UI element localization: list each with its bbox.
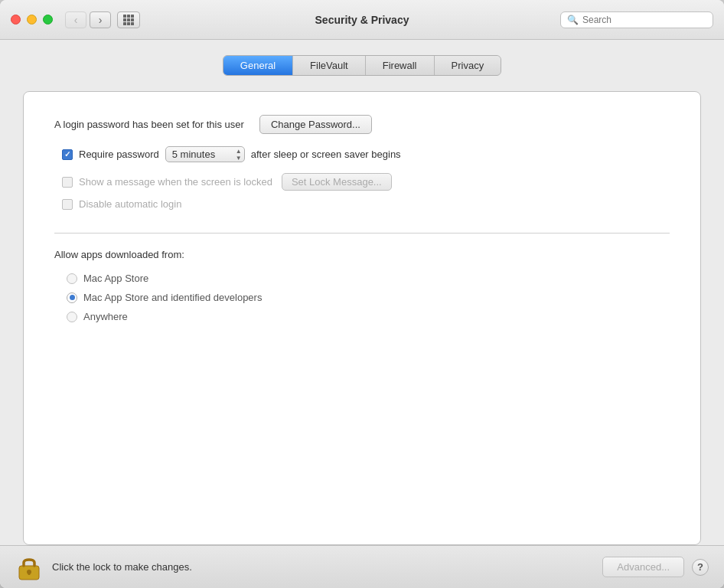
radio-row-anywhere: Anywhere [54, 311, 670, 322]
tab-general[interactable]: General [223, 56, 293, 75]
titlebar: ‹ › Security & Privacy 🔍 [0, 0, 724, 40]
help-button[interactable]: ? [692, 559, 709, 576]
tabs: General FileVault Firewall Privacy [223, 55, 501, 76]
radio-mac-app-store-identified[interactable] [67, 292, 77, 303]
close-button[interactable] [11, 15, 21, 24]
tab-bar: General FileVault Firewall Privacy [23, 55, 701, 76]
show-message-row: Show a message when the screen is locked… [54, 173, 670, 191]
change-password-button[interactable]: Change Password... [259, 115, 372, 134]
show-message-checkbox[interactable] [62, 177, 73, 188]
radio-anywhere[interactable] [67, 312, 77, 322]
require-password-checkbox[interactable] [62, 149, 73, 160]
traffic-lights [11, 15, 53, 24]
forward-button[interactable]: › [90, 11, 111, 28]
disable-autologin-label: Disable automatic login [79, 198, 181, 210]
password-section: A login password has been set for this u… [54, 115, 670, 134]
password-timeout-dropdown[interactable]: 5 minutes immediately 1 minute 15 minute… [165, 146, 245, 162]
tab-privacy[interactable]: Privacy [435, 56, 501, 75]
search-input[interactable] [582, 15, 706, 25]
lock-text: Click the lock to make changes. [52, 561, 192, 573]
radio-mac-app-store-label: Mac App Store [83, 273, 148, 284]
window: ‹ › Security & Privacy 🔍 General FileVau… [0, 0, 724, 588]
back-button[interactable]: ‹ [65, 11, 86, 28]
tab-filevault[interactable]: FileVault [293, 56, 366, 75]
advanced-button[interactable]: Advanced... [602, 557, 684, 577]
content: General FileVault Firewall Privacy A log… [0, 40, 724, 545]
radio-mac-app-store[interactable] [67, 273, 77, 284]
show-message-label: Show a message when the screen is locked [79, 176, 272, 188]
disable-autologin-checkbox[interactable] [62, 199, 73, 210]
password-label: A login password has been set for this u… [54, 119, 244, 130]
svg-rect-2 [28, 572, 31, 575]
set-lock-message-button: Set Lock Message... [282, 173, 392, 191]
grid-button[interactable] [117, 11, 140, 28]
require-password-row: Require password 5 minutes immediately 1… [54, 146, 670, 162]
radio-mac-app-store-identified-label: Mac App Store and identified developers [83, 292, 262, 303]
radio-row-mac-app-store-identified: Mac App Store and identified developers [54, 292, 670, 303]
lock-icon[interactable] [15, 554, 43, 581]
require-password-suffix: after sleep or screen saver begins [251, 149, 401, 160]
password-timeout-dropdown-wrapper: 5 minutes immediately 1 minute 15 minute… [165, 146, 245, 162]
grid-icon [123, 15, 134, 25]
window-title: Security & Privacy [315, 14, 409, 26]
maximize-button[interactable] [43, 15, 53, 24]
search-icon: 🔍 [567, 15, 579, 25]
disable-autologin-row: Disable automatic login [54, 198, 670, 210]
tab-firewall[interactable]: Firewall [366, 56, 435, 75]
search-box[interactable]: 🔍 [560, 11, 713, 28]
bottom-bar: Click the lock to make changes. Advanced… [0, 545, 724, 588]
require-password-label: Require password [79, 149, 159, 160]
divider [54, 233, 670, 234]
nav-buttons: ‹ › [65, 11, 111, 28]
radio-anywhere-label: Anywhere [83, 311, 128, 322]
radio-row-mac-app-store: Mac App Store [54, 273, 670, 284]
minimize-button[interactable] [27, 15, 37, 24]
main-panel: A login password has been set for this u… [23, 91, 701, 545]
allow-apps-label: Allow apps downloaded from: [54, 249, 670, 260]
